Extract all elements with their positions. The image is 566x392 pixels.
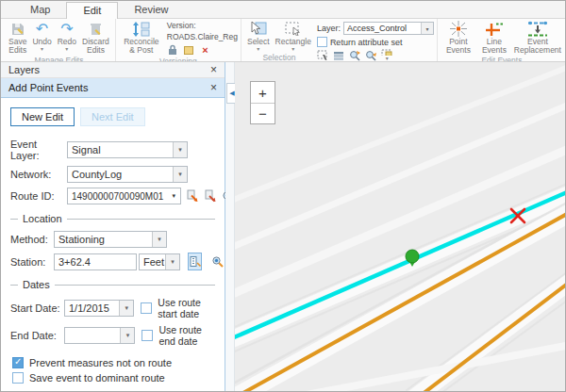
zoom-to-station-icon[interactable] (211, 255, 224, 268)
ribbon-group-manage-edits: Save Edits ↶ Undo ▾ ↷ Redo ▾ Discard Edi… (3, 19, 116, 61)
location-section-header: Location (10, 213, 215, 224)
selection-layer-select[interactable]: Access_Control ▾ (343, 22, 434, 35)
add-point-events-panel: Layers × Add Point Events × New Edit Nex… (1, 62, 225, 391)
group-label-selection: Selection (244, 52, 314, 62)
line-events-button[interactable]: Line Events (476, 20, 512, 55)
ribbon-tab-bar: Map Edit Review (1, 1, 565, 19)
map-zoom-control: + − (250, 81, 275, 124)
lock-version-icon[interactable] (167, 43, 179, 56)
zoom-in-button[interactable]: + (251, 82, 275, 103)
clear-selection-icon[interactable]: ▾ (381, 49, 393, 61)
zoom-out-button[interactable]: − (251, 103, 275, 123)
delete-version-icon[interactable]: × (199, 43, 211, 56)
group-label-versioning: Versioning (119, 56, 238, 62)
line-events-icon (485, 21, 504, 37)
method-label: Method: (10, 234, 54, 245)
new-edit-button[interactable]: New Edit (10, 107, 75, 126)
trash-icon (89, 21, 103, 37)
group-label-manage-edits: Manage Edits (6, 55, 112, 62)
chevron-down-icon[interactable]: ▾ (421, 23, 433, 34)
chevron-down-icon[interactable]: ▾ (386, 56, 389, 61)
version-label: Version: (167, 20, 238, 31)
station-label: Station: (10, 256, 54, 268)
app-window: Map Edit Review Save Edits ↶ Undo ▾ (0, 0, 566, 392)
close-icon[interactable]: × (210, 63, 217, 76)
station-pick-tool-button[interactable] (188, 253, 202, 270)
return-attribute-set-label: Return attribute set (330, 38, 403, 47)
point-events-button[interactable]: Point Events (441, 20, 476, 55)
chevron-down-icon[interactable]: ▾ (119, 301, 133, 316)
select-route-from-selection-icon[interactable] (204, 189, 217, 203)
collapse-left-icon: ◀ (229, 90, 234, 97)
use-route-start-date-checkbox[interactable] (141, 302, 152, 314)
new-version-icon[interactable] (183, 43, 195, 56)
select-route-on-map-icon[interactable] (186, 189, 199, 203)
chevron-down-icon[interactable]: ▾ (167, 188, 180, 204)
tab-review[interactable]: Review (118, 2, 184, 18)
map-canvas (235, 62, 565, 391)
point-events-icon (450, 21, 467, 37)
chevron-down-icon[interactable]: ▾ (173, 167, 187, 182)
end-date-label: End Date: (10, 330, 64, 341)
select-by-attributes-icon[interactable] (317, 49, 329, 61)
prevent-measures-label: Prevent measures not on route (29, 357, 172, 368)
save-to-dominant-checkbox[interactable] (12, 372, 24, 384)
chevron-down-icon[interactable]: ▾ (152, 232, 166, 247)
layer-label: Layer: (317, 24, 341, 33)
select-tool-button[interactable]: Select ▾ (244, 20, 273, 52)
event-replacement-icon (526, 21, 549, 37)
pan-to-selection-icon[interactable] (365, 49, 377, 61)
check-icon: ✓ (14, 356, 22, 367)
prevent-measures-checkbox[interactable]: ✓ (12, 357, 24, 368)
zoom-to-selection-icon[interactable] (349, 49, 361, 61)
attribute-list-icon[interactable] (333, 49, 345, 61)
group-label-edit-events: Edit Events (441, 55, 563, 62)
chevron-down-icon[interactable]: ▾ (65, 46, 68, 52)
event-layer-label: Event Layer: (10, 139, 67, 161)
reconcile-post-button[interactable]: Reconcile & Post (119, 20, 164, 55)
return-attribute-set-checkbox[interactable] (317, 37, 327, 47)
station-input[interactable] (54, 253, 137, 270)
use-route-end-date-label: Use route end date (158, 324, 215, 347)
redo-button[interactable]: ↷ Redo ▾ (55, 20, 79, 52)
layers-pane-title: Layers (8, 64, 40, 75)
save-icon (10, 21, 25, 37)
rectangle-select-icon (285, 21, 302, 37)
next-edit-button[interactable]: Next Edit (80, 107, 145, 126)
start-date-select[interactable]: 1/1/2015 ▾ (64, 300, 134, 317)
end-date-select[interactable]: ▾ (64, 327, 135, 344)
panel-title: Add Point Events (8, 82, 88, 93)
use-route-end-date-checkbox[interactable] (142, 330, 153, 341)
select-cursor-icon (249, 21, 267, 37)
main-area: Layers × Add Point Events × New Edit Nex… (1, 62, 565, 391)
chevron-down-icon[interactable]: ▾ (165, 254, 179, 270)
network-select[interactable]: CountyLog ▾ (67, 166, 188, 183)
tab-map[interactable]: Map (14, 2, 66, 18)
method-select[interactable]: Stationing ▾ (54, 231, 167, 248)
discard-edits-button[interactable]: Discard Edits (79, 20, 112, 55)
layers-pane-header: Layers × (1, 62, 225, 78)
undo-button[interactable]: ↶ Undo ▾ (29, 20, 54, 52)
save-edits-button[interactable]: Save Edits (6, 20, 29, 55)
route-id-label: Route ID: (10, 190, 67, 202)
event-replacement-button[interactable]: Event Replacement (512, 20, 563, 55)
reconcile-icon (132, 21, 151, 37)
ribbon-group-selection: Select ▾ Rectangle ▾ Selection (241, 19, 438, 61)
chevron-down-icon[interactable]: ▾ (120, 328, 134, 343)
add-point-events-header: Add Point Events × (1, 78, 225, 98)
event-layer-select[interactable]: Signal ▾ (67, 141, 188, 158)
close-icon[interactable]: × (210, 81, 217, 94)
station-unit-select[interactable]: Feet ▾ (139, 253, 180, 270)
redo-icon: ↷ (60, 21, 73, 37)
ribbon: Save Edits ↶ Undo ▾ ↷ Redo ▾ Discard Edi… (1, 19, 565, 62)
rectangle-tool-button[interactable]: Rectangle ▾ (273, 20, 314, 52)
undo-icon: ↶ (36, 21, 48, 37)
network-label: Network: (10, 169, 67, 180)
route-id-combobox[interactable]: 14900000700090M01 ▾ (67, 188, 181, 204)
map-view[interactable]: + − (235, 62, 565, 391)
chevron-down-icon[interactable]: ▾ (41, 46, 43, 52)
save-to-dominant-label: Save event to dominant route (29, 372, 165, 384)
version-value: ROADS.Claire_Reg (167, 31, 238, 42)
chevron-down-icon[interactable]: ▾ (173, 142, 187, 157)
tab-edit[interactable]: Edit (66, 2, 118, 19)
